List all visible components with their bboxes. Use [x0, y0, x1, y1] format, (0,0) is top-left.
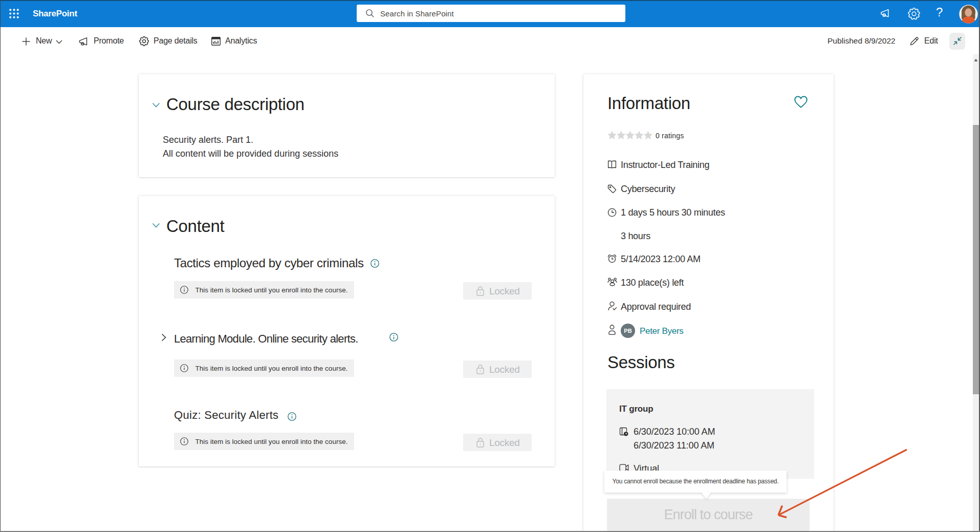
svg-text:PB: PB: [624, 328, 631, 334]
